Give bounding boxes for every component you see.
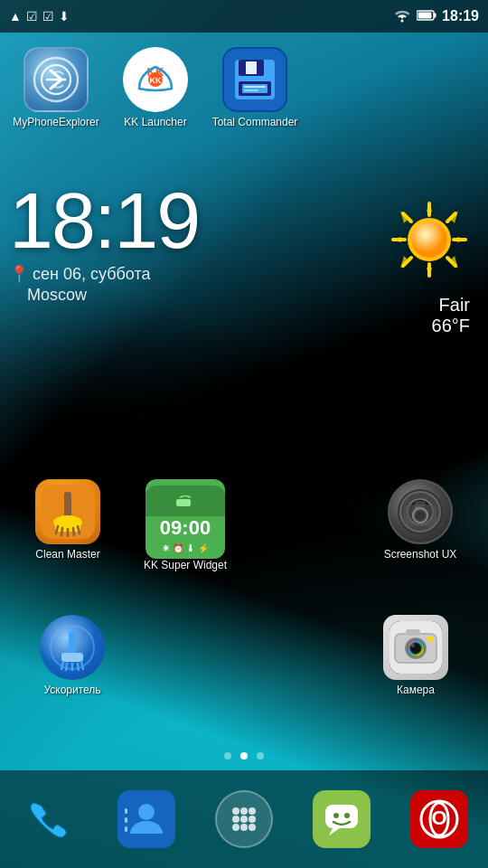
mid-apps-row: Clean Master 09:00 ☀ ⏰ 🌡 ⚡ KK [0, 479, 488, 571]
wifi-icon [393, 8, 411, 25]
cleanmaster-icon [35, 479, 100, 544]
sun-icon [389, 199, 470, 295]
svg-rect-13 [242, 84, 267, 93]
top-apps-row: MyPhoneExplorer KK KK KK Launcher [0, 40, 488, 136]
battery-icon [417, 9, 436, 24]
bottom-apps-row: Ускоритель [0, 615, 488, 696]
dock-bar: O [0, 770, 488, 868]
svg-point-70 [411, 644, 415, 647]
kklauncher-icon: KK KK [123, 47, 188, 112]
kklauncher-label: KK Launcher [124, 116, 186, 128]
app-kklauncher[interactable]: KK KK KK Launcher [110, 47, 201, 128]
dock-phone[interactable] [20, 790, 78, 848]
app-kamera[interactable]: Камера [371, 615, 461, 696]
checkbox-icon1: ☑ [26, 9, 38, 24]
svg-point-81 [232, 816, 239, 823]
kkwidget-label: KK Super Widget [144, 559, 227, 571]
status-bar: ▲ ☑ ☑ ⬇ 18:19 [0, 0, 488, 33]
notification-icon: ▲ [9, 9, 22, 24]
page-dot-3[interactable] [257, 752, 264, 760]
svg-marker-25 [427, 268, 432, 278]
svg-point-78 [232, 807, 239, 815]
uskoritel-label: Ускоритель [43, 684, 100, 696]
svg-point-34 [411, 222, 447, 258]
weather-widget[interactable]: Fair 66°F [389, 199, 470, 336]
uskoritel-icon [40, 615, 105, 680]
svg-point-84 [232, 824, 239, 831]
svg-rect-52 [415, 501, 426, 506]
svg-line-59 [66, 664, 67, 671]
svg-line-40 [61, 528, 62, 535]
svg-rect-1 [434, 13, 436, 17]
dock-chat[interactable] [313, 790, 371, 848]
svg-marker-26 [390, 237, 401, 242]
page-dot-1[interactable] [224, 752, 231, 760]
clock-location-text: Moscow [27, 286, 87, 305]
svg-marker-24 [427, 201, 432, 212]
cleanmaster-label: Clean Master [35, 548, 99, 561]
svg-rect-36 [64, 492, 71, 517]
svg-line-61 [78, 664, 79, 671]
svg-rect-44 [176, 499, 191, 506]
svg-point-90 [333, 813, 339, 818]
svg-point-79 [240, 807, 248, 815]
svg-marker-27 [457, 237, 468, 242]
clock-date-text: сен 06, суббота [33, 265, 150, 284]
svg-rect-15 [244, 90, 258, 91]
svg-point-91 [344, 813, 350, 818]
svg-point-83 [249, 816, 256, 823]
svg-rect-14 [244, 86, 266, 88]
app-cleanmaster[interactable]: Clean Master [23, 479, 113, 561]
page-indicator [0, 752, 488, 760]
svg-point-80 [249, 807, 256, 815]
app-screenshotux[interactable]: Screenshot UX [375, 479, 465, 561]
page-dot-2[interactable] [240, 752, 248, 760]
svg-point-86 [249, 824, 256, 831]
screenshotux-label: Screenshot UX [384, 548, 457, 561]
svg-text:O: O [431, 807, 446, 829]
kkwidget-display: 09:00 ☀ ⏰ 🌡 ⚡ [145, 479, 225, 559]
svg-point-85 [240, 824, 248, 831]
weather-condition: Fair [389, 295, 470, 316]
weather-temp: 66°F [389, 316, 470, 336]
svg-line-42 [73, 528, 74, 535]
svg-point-54 [416, 511, 425, 520]
svg-line-58 [61, 662, 63, 669]
svg-rect-77 [125, 826, 127, 832]
myphone-label: MyPhoneExplorer [13, 116, 99, 128]
svg-point-82 [240, 816, 248, 823]
app-myphone[interactable]: MyPhoneExplorer [11, 47, 101, 128]
dock-contacts[interactable] [117, 790, 175, 848]
myphone-icon [23, 47, 89, 112]
status-left-icons: ▲ ☑ ☑ ⬇ [9, 9, 70, 24]
app-uskoritel[interactable]: Ускоритель [27, 615, 117, 696]
dock-launcher[interactable] [215, 790, 273, 848]
location-pin-icon: 📍 [9, 264, 29, 284]
app-kkwidget[interactable]: 09:00 ☀ ⏰ 🌡 ⚡ KK Super Widget [140, 479, 230, 571]
svg-text:KK: KK [150, 76, 162, 85]
svg-rect-11 [246, 61, 257, 74]
clock-date: 📍 сен 06, суббота [9, 264, 199, 284]
svg-rect-72 [427, 637, 433, 642]
dock-opera[interactable]: O [410, 790, 468, 848]
svg-rect-57 [61, 653, 83, 662]
kamera-icon [383, 615, 448, 680]
app-totalcommander[interactable]: Total Commander [210, 47, 300, 128]
widget-time-display: 09:00 [160, 516, 211, 540]
kkwidget-icon: 09:00 ☀ ⏰ 🌡 ⚡ [145, 479, 225, 559]
svg-rect-56 [69, 631, 76, 653]
svg-rect-75 [125, 808, 127, 814]
checkbox-icon2: ☑ [42, 9, 54, 24]
widget-bottom-icons: ☀ ⏰ 🌡 ⚡ [162, 543, 209, 553]
svg-rect-66 [406, 629, 420, 636]
kamera-label: Камера [397, 684, 435, 696]
clock-location: Moscow [9, 286, 199, 305]
status-right-icons: 18:19 [393, 8, 479, 25]
tc-icon [222, 47, 287, 112]
clock-time: 18:19 [9, 181, 199, 260]
download-icon: ⬇ [59, 9, 70, 24]
status-time: 18:19 [442, 8, 479, 24]
screenshotux-icon [388, 479, 453, 544]
svg-line-62 [81, 662, 83, 669]
clock-widget[interactable]: 18:19 📍 сен 06, суббота Moscow [9, 181, 199, 305]
